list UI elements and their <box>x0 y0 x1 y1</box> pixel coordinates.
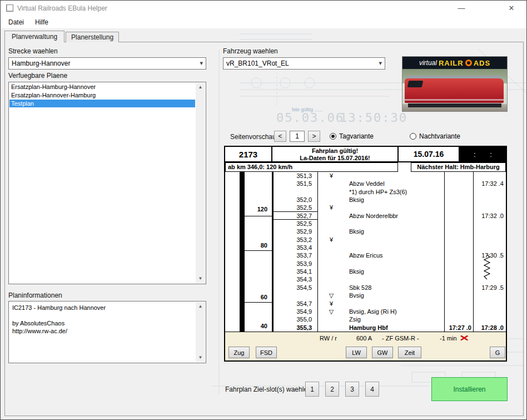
minimize-button[interactable]: — <box>452 4 471 12</box>
radio-tagvariante[interactable]: Tagvariante <box>330 132 374 140</box>
ebula-cell-km: 351,5 <box>274 180 318 187</box>
ebula-cell-km: 355,3 <box>274 324 318 332</box>
ebula-cell-dep <box>474 196 506 204</box>
ebula-cell-dep <box>474 204 506 211</box>
ebula-cell-dep <box>474 300 506 308</box>
fahrzeug-label: Fahrzeug waehlen <box>223 47 278 55</box>
slot-3-button[interactable]: 3 <box>345 382 359 397</box>
lw-button[interactable]: LW <box>346 347 367 358</box>
slot-1-button[interactable]: 1 <box>305 382 319 397</box>
list-item[interactable]: Ersatzplan-Hamburg-Hannover <box>9 83 195 91</box>
ebula-cell-km: 353,7 <box>274 251 318 259</box>
ebula-row: 352,0Bksig <box>274 196 506 204</box>
loco-windshield <box>407 81 424 87</box>
speed-label: 80 <box>261 242 267 249</box>
ebula-cell-txt <box>345 260 445 268</box>
radio-nachtvariante[interactable]: Nachtvariante <box>410 132 460 140</box>
ebula-cell-txt <box>345 244 445 251</box>
gw-button[interactable]: GW <box>372 347 393 358</box>
tab-planerstellung[interactable]: Planerstellung <box>66 32 119 42</box>
brand-o-ring-icon <box>465 60 472 66</box>
ebula-cell-km <box>274 291 318 299</box>
ebula-cell-txt: Bksig <box>345 196 445 204</box>
ebula-cell-arr <box>445 180 474 187</box>
ebula-cell-dep: 17:32 .0 <box>474 212 506 220</box>
ebula-cell-arr <box>445 251 474 259</box>
fsd-button[interactable]: FSD <box>256 347 277 358</box>
ebula-cell-txt <box>345 172 445 180</box>
scroll-up-icon[interactable]: ▲ <box>196 302 205 311</box>
ebula-cell-arr <box>445 220 474 228</box>
planinfo-label: Planinformationen <box>8 291 62 299</box>
scroll-down-icon[interactable]: ▼ <box>196 274 205 283</box>
close-button[interactable]: ✕ <box>502 4 521 12</box>
ebula-cell-km: 354,3 <box>274 275 318 283</box>
ebula-cell-sym <box>318 324 345 332</box>
slot-label: Fahrplan Ziel-slot(s) waehlen <box>225 386 311 393</box>
zug-button[interactable]: Zug <box>228 347 250 358</box>
radio-label: Tagvariante <box>339 132 374 140</box>
electrification-zigzag-icon <box>483 254 491 280</box>
planinfo-scrollbar[interactable]: ▲ ▼ <box>196 302 205 362</box>
list-item-selected[interactable]: Testplan <box>9 100 195 107</box>
slot-4-button[interactable]: 4 <box>365 382 379 397</box>
ebula-cell-km: 352,9 <box>274 228 318 235</box>
menu-hilfe[interactable]: Hilfe <box>29 17 54 28</box>
listbox-scrollbar[interactable]: ▲ ▼ <box>196 83 205 283</box>
title-bar[interactable]: Virtual Railroads EBula Helper — ✕ <box>1 1 526 16</box>
ebula-cell-km: 354,1 <box>274 268 318 275</box>
strecke-label: Strecke waehlen <box>8 47 58 55</box>
validity-line2: La-Daten für 15.07.2016! <box>272 155 397 162</box>
page-next-button[interactable]: > <box>308 131 320 142</box>
ebula-cell-arr <box>445 300 474 308</box>
ebula-cell-dep <box>474 291 506 299</box>
ebula-row: 353,9 <box>274 260 506 268</box>
ebula-cell-sym: ¥ <box>318 300 345 308</box>
ebula-cell-txt: Bvsig <box>345 291 445 299</box>
speed-label: 120 <box>257 206 267 213</box>
tab-planverwaltung[interactable]: Planverwaltung <box>4 31 64 42</box>
menu-datei[interactable]: Datei <box>3 17 29 28</box>
ebula-cell-dep <box>474 188 506 196</box>
ebula-cell-km <box>274 188 318 196</box>
ebula-cell-dep: 17:29 .5 <box>474 284 506 291</box>
ebula-cell-sym: ¥ <box>318 204 345 211</box>
ebula-cell-sym <box>318 284 345 291</box>
app-window: 05.03.06 13:50:30 lste gültig ...... Vir… <box>0 0 527 420</box>
chevron-down-icon[interactable]: ▾ <box>200 60 203 67</box>
ebula-cell-sym <box>318 251 345 259</box>
radio-system-info: - ZF GSM-R - <box>382 335 419 342</box>
ebula-cell-arr <box>445 212 474 220</box>
planinfo-textbox[interactable]: IC2173 - Hamburg nach Hannover by Absolu… <box>8 301 206 363</box>
ebula-cell-txt: Bvsig, Asig (Ri H) <box>345 308 445 315</box>
current-info: 600 A <box>356 335 372 342</box>
planinfo-line: IC2173 - Hamburg nach Hannover <box>12 304 202 312</box>
scroll-down-icon[interactable]: ▼ <box>196 353 205 362</box>
ebula-cell-txt <box>345 204 445 211</box>
timetable-date: 15.07.16 <box>399 147 460 161</box>
list-item[interactable]: Ersatzplan-Hannover-Hamburg <box>9 91 195 99</box>
page-prev-button[interactable]: < <box>274 131 286 142</box>
zeit-button[interactable]: Zeit <box>398 347 421 358</box>
ebula-cell-dep <box>474 228 506 235</box>
ebula-row: 352,5¥ <box>274 204 506 211</box>
plaene-listbox[interactable]: Ersatzplan-Hamburg-Hannover Ersatzplan-H… <box>8 82 206 284</box>
chevron-down-icon[interactable]: ▾ <box>379 60 382 67</box>
page-number-input[interactable]: 1 <box>290 131 305 142</box>
fahrzeug-select[interactable]: vR_BR101_VRot_EL ▾ <box>223 57 385 70</box>
ebula-cell-sym <box>318 275 345 283</box>
ebula-cell-txt: Abzw Ericus <box>345 251 445 259</box>
ebula-cell-km: 354,5 <box>274 284 318 291</box>
ebula-cell-txt <box>345 220 445 228</box>
strecke-select[interactable]: Hamburg-Hannover ▾ <box>8 57 206 70</box>
installieren-button[interactable]: Installieren <box>431 377 508 401</box>
scroll-up-icon[interactable]: ▲ <box>196 83 205 92</box>
speed-column: 120 80 60 40 <box>225 172 274 332</box>
speed-profile-bar <box>240 172 245 332</box>
ebula-header: 2173 Fahrplan gültig! La-Daten für 15.07… <box>225 147 506 162</box>
ebula-inforow: ab km 346,0: 120 km/h Nächster Halt: Hmb… <box>225 162 506 172</box>
ebula-cell-dep <box>474 220 506 228</box>
ebula-row: 353,7Abzw Ericus17:30 .5 <box>274 251 506 259</box>
slot-2-button[interactable]: 2 <box>325 382 339 397</box>
g-button[interactable]: G <box>490 347 505 358</box>
